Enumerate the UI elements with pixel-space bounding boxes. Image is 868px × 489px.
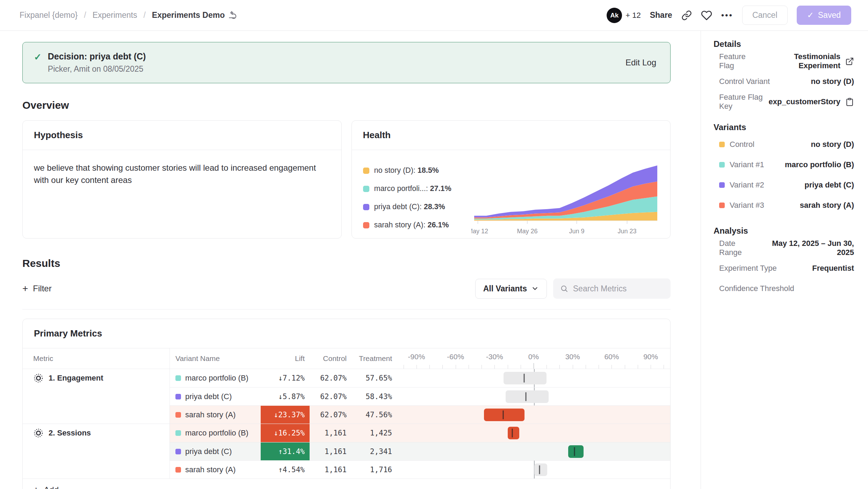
sidebar-row: Feature FlagTestimonials Experiment [714,51,854,71]
breadcrumb-item[interactable]: Experiments Demo [152,10,237,21]
variants-dropdown-label: All Variants [483,284,527,293]
health-legend-item: sarah story (A): 26.1% [363,221,471,229]
legend-swatch [363,204,369,210]
lift-axis-tick [521,365,521,369]
sidebar-row-label: Control [730,140,754,149]
avatar-overflow-count[interactable]: + 12 [625,11,641,20]
variant-result-row[interactable]: marco portfolio (B)↓16.25%1,1611,425 [170,424,670,442]
variants-dropdown[interactable]: All Variants [475,279,547,299]
sidebar-row-value: no story (D) [811,77,854,86]
cancel-button[interactable]: Cancel [742,6,788,25]
health-legend-item: priya debt (C): 28.3% [363,203,471,211]
svg-text:May 12: May 12 [471,228,488,235]
metrics-search [553,278,671,299]
more-options-icon[interactable]: ••• [721,10,733,20]
column-variant-name: Variant Name [170,354,261,363]
overview-cards: Hypothesis we believe that showing custo… [22,120,671,239]
topbar-actions: Ak + 12 Share ••• Cancel ✓ Saved [607,6,851,25]
legend-swatch [363,186,369,192]
decision-banner-left: ✓ Decision: priya debt (C) Picker, Amit … [34,51,146,74]
metric-name-cell[interactable]: 1. Engagement [23,369,170,424]
breadcrumb-item[interactable]: Experiments [93,10,137,20]
metric-group: 1. Engagementmarco portfolio (B)↓7.12%62… [23,369,670,424]
sidebar-row-label: Feature Flag [719,52,759,70]
variant-result-row[interactable]: sarah story (A)↓23.37%62.07%47.56% [170,405,670,424]
lift-axis-tick [429,365,430,369]
sidebar-row-value: sarah story (A) [800,201,854,210]
sidebar-row-value: exp_customerStory [769,97,840,106]
lift-axis-tick [599,365,599,369]
control-value: 62.07% [310,388,352,405]
lift-axis-tick [638,365,638,369]
sidebar-row-label: Variant #2 [730,180,764,190]
variant-label: marco portfolio (B) [185,428,248,438]
variant-result-row[interactable]: sarah story (A)↑4.54%1,1611,716 [170,460,670,479]
point-estimate-tick [526,392,527,401]
variant-swatch [719,182,725,188]
share-button[interactable]: Share [650,10,672,20]
primary-metrics-title: Primary Metrics [23,319,670,348]
saved-button[interactable]: ✓ Saved [797,6,852,25]
confidence-interval-bar [508,427,520,439]
variant-name-cell: marco portfolio (B) [170,369,261,387]
lift-axis-tick [573,365,573,369]
decision-check-icon: ✓ [34,51,42,74]
breadcrumb-item[interactable]: Fixpanel {demo} [20,10,78,20]
primary-metrics-card: Primary Metrics Metric Variant Name Lift… [22,319,671,489]
metric-name-cell[interactable]: 2. Sessions [23,424,170,479]
avatar[interactable]: Ak [607,8,622,23]
lift-axis-tick [417,365,417,369]
health-body: no story (D): 18.5%marco portfoli...: 27… [352,150,671,243]
variant-name-cell: priya debt (C) [170,388,261,405]
lift-value: ↑4.54% [261,461,310,479]
sidebar-section-title: Details [714,39,854,49]
lift-axis-tick [625,365,625,369]
clipboard-icon[interactable] [845,98,854,106]
point-estimate-tick [512,429,513,438]
metric-goal-icon [33,373,44,383]
variant-label: priya debt (C) [185,392,232,401]
lift-axis-tick [559,365,560,369]
edit-log-button[interactable]: Edit Log [625,58,656,68]
point-estimate-tick [502,410,504,419]
favorite-heart-icon[interactable] [701,10,712,21]
lift-value: ↓5.87% [261,388,310,405]
confidence-interval-cell [397,369,670,387]
column-treatment: Treatment [352,354,397,363]
filter-label: Filter [33,284,51,293]
add-metric-button[interactable]: + Add [33,485,59,489]
treatment-value: 1,425 [352,424,397,442]
primary-metrics-body: 1. Engagementmarco portfolio (B)↓7.12%62… [23,369,670,479]
sidebar-row: Feature Flag Keyexp_customerStory [714,92,854,112]
sidebar-row-label: Experiment Type [719,264,777,273]
treatment-value: 58.43% [352,388,397,405]
variant-result-row[interactable]: priya debt (C)↓5.87%62.07%58.43% [170,387,670,405]
page: Fixpanel {demo}/Experiments/Experiments … [0,0,868,489]
variant-label: priya debt (C) [185,447,232,456]
plus-icon: + [33,485,39,489]
lift-axis-tick [494,365,495,369]
control-value: 1,161 [310,461,352,479]
treatment-value: 57.65% [352,369,397,387]
microscope-icon [228,10,237,21]
lift-axis-tick-label: -30% [486,353,503,361]
svg-text:Jun 9: Jun 9 [569,228,584,235]
legend-label: sarah story (A): 26.1% [374,221,449,229]
add-filter-button[interactable]: + Filter [22,284,52,293]
variant-result-row[interactable]: priya debt (C)↑31.4%1,1612,341 [170,442,670,460]
sidebar-row-value: no story (D) [811,140,854,149]
plus-icon: + [22,284,28,293]
search-metrics-input[interactable] [573,284,664,293]
add-metric-row: + Add [23,479,670,489]
search-icon [560,284,568,293]
sidebar-section-title: Analysis [714,226,854,236]
avatar-initials: Ak [610,12,619,19]
confidence-interval-cell [397,388,670,405]
external-link-icon[interactable] [845,57,854,66]
control-value: 1,161 [310,424,352,442]
variant-result-row[interactable]: marco portfolio (B)↓7.12%62.07%57.65% [170,369,670,387]
variant-swatch [175,467,181,473]
copy-link-icon[interactable] [681,10,692,21]
breadcrumb: Fixpanel {demo}/Experiments/Experiments … [20,10,237,21]
lift-axis-tick-label: 60% [604,353,619,361]
